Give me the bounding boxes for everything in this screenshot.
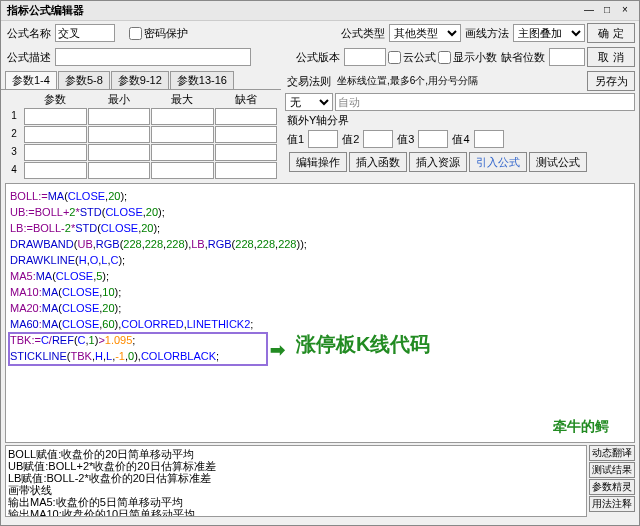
tab-params-9-12[interactable]: 参数9-12 [111,71,169,89]
tab-params-5-8[interactable]: 参数5-8 [58,71,110,89]
param-header-name: 参数 [24,92,87,107]
param-wizard-button[interactable]: 参数精灵 [589,479,635,495]
arrow-icon: ➡ [270,342,285,358]
usage-notes-button[interactable]: 用法注释 [589,496,635,512]
value3-input[interactable] [418,130,448,148]
edit-ops-button[interactable]: 编辑操作 [289,152,347,172]
code-editor[interactable]: BOLL:=MA(CLOSE,20);UB:=BOLL+2*STD(CLOSE,… [5,183,635,443]
save-as-button[interactable]: 另存为 [587,71,635,91]
password-protect-checkbox[interactable]: 密码保护 [129,26,188,41]
formula-editor-window: 指标公式编辑器 — □ × 公式名称 密码保护 公式类型 其他类型 画线方法 主… [0,0,640,526]
formula-name-input[interactable] [55,24,115,42]
coord-input[interactable] [335,93,635,111]
test-result-button[interactable]: 测试结果 [589,462,635,478]
formula-type-select[interactable]: 其他类型 [389,24,461,42]
ok-button[interactable]: 确 定 [587,23,635,43]
formula-version-label: 公式版本 [294,50,342,65]
tab-params-13-16[interactable]: 参数13-16 [170,71,234,89]
formula-version-input[interactable] [344,48,386,66]
default-digits-input[interactable] [549,48,585,66]
draw-method-select[interactable]: 主图叠加 [513,24,585,42]
row-1: 公式名称 密码保护 公式类型 其他类型 画线方法 主图叠加 确 定 [1,21,639,45]
watermark-stamp: 牵牛的鳄 [546,408,616,443]
formula-desc-input[interactable] [55,48,251,66]
highlight-box [8,332,268,366]
titlebar: 指标公式编辑器 — □ × [1,1,639,21]
annotation-text: 涨停板K线代码 [296,336,430,352]
cancel-button[interactable]: 取 消 [587,47,635,67]
tab-params-1-4[interactable]: 参数1-4 [5,71,57,89]
import-formula-button[interactable]: 引入公式 [469,152,527,172]
row-2: 公式描述 公式版本 云公式 显示小数 缺省位数 取 消 [1,45,639,69]
value2-input[interactable] [363,130,393,148]
window-title: 指标公式编辑器 [7,3,579,18]
insert-resource-button[interactable]: 插入资源 [409,152,467,172]
minimize-icon[interactable]: — [581,4,597,18]
param-header-default: 缺省 [215,92,278,107]
param-grid: 参数 最小 最大 缺省 1 2 3 4 [1,90,281,181]
close-icon[interactable]: × [617,4,633,18]
formula-type-label: 公式类型 [339,26,387,41]
toolbar: 编辑操作 插入函数 插入资源 引入公式 测试公式 [285,150,635,174]
test-formula-button[interactable]: 测试公式 [529,152,587,172]
value4-input[interactable] [474,130,504,148]
cloud-formula-checkbox[interactable]: 云公式 [388,50,436,65]
formula-name-label: 公式名称 [5,26,53,41]
show-decimal-checkbox[interactable]: 显示小数 [438,50,497,65]
param-header-max: 最大 [151,92,214,107]
maximize-icon[interactable]: □ [599,4,615,18]
trade-rule-label: 交易法则 [285,74,333,89]
formula-desc-label: 公式描述 [5,50,53,65]
coord-hint-label: 坐标线位置,最多6个,用分号分隔 [335,74,480,88]
trade-rule-select[interactable]: 无 [285,93,333,111]
value1-input[interactable] [308,130,338,148]
insert-func-button[interactable]: 插入函数 [349,152,407,172]
description-output: BOLL赋值:收盘价的20日简单移动平均UB赋值:BOLL+2*收盘价的20日估… [5,445,587,517]
param-header-min: 最小 [88,92,151,107]
draw-method-label: 画线方法 [463,26,511,41]
dynamic-translate-button[interactable]: 动态翻译 [589,445,635,461]
default-digits-label: 缺省位数 [499,50,547,65]
extra-y-label: 额外Y轴分界 [285,113,351,128]
param-tabs: 参数1-4 参数5-8 参数9-12 参数13-16 [1,69,281,90]
param-cell[interactable] [24,108,87,125]
